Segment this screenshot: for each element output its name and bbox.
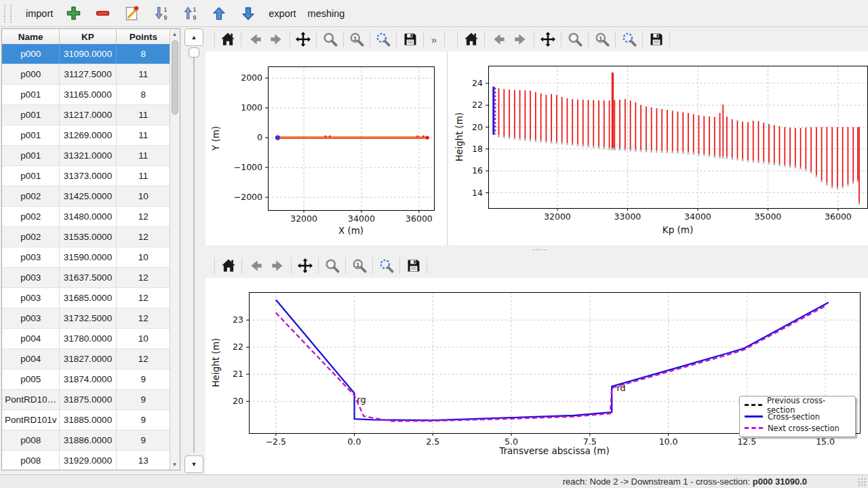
table-cell: 31886.0000	[60, 430, 116, 450]
svg-text:1: 1	[353, 35, 357, 42]
table-row[interactable]: p00131373.000011	[2, 166, 170, 186]
toolbar-separator	[534, 31, 534, 47]
table-cell: p000	[2, 64, 60, 84]
table-row[interactable]: p00231535.000012	[2, 227, 170, 247]
import-button[interactable]: import	[26, 8, 53, 19]
splitter-handle[interactable]	[532, 249, 547, 251]
table-scrollbar[interactable]: ▲ ▼	[170, 29, 180, 470]
home-icon[interactable]	[217, 256, 239, 276]
zoom-original-icon[interactable]: 1	[591, 29, 613, 49]
table-cell: p004	[2, 349, 60, 369]
table-cell: 9	[117, 369, 170, 389]
table-row[interactable]: PontRD10…31875.00009	[2, 390, 170, 410]
table-row[interactable]: PontRD101v31885.00009	[2, 410, 170, 430]
svg-text:12.5: 12.5	[737, 436, 756, 447]
table-row[interactable]: p00431780.000010	[2, 329, 170, 349]
table-row[interactable]: p00831886.00009	[2, 430, 170, 451]
table-row[interactable]: p00131217.000011	[2, 105, 170, 125]
forward-icon[interactable]	[266, 29, 288, 49]
save-icon[interactable]	[645, 29, 667, 49]
zoom-fit-icon[interactable]	[375, 256, 397, 276]
scroll-down-icon[interactable]: ▼	[170, 460, 179, 469]
svg-text:1: 1	[356, 261, 360, 268]
back-icon[interactable]	[243, 29, 265, 49]
table-row[interactable]: p00131269.000011	[2, 125, 170, 146]
table-row[interactable]: p00331590.000010	[2, 247, 170, 268]
section-down-button[interactable]: ▼	[184, 455, 203, 473]
cross-section-canvas[interactable]: −2.50.02.55.07.510.012.515.020212223Tran…	[205, 278, 868, 474]
forward-icon[interactable]	[509, 29, 532, 49]
table-cell: p003	[2, 308, 60, 328]
table-cell: 31269.0000	[60, 125, 116, 145]
svg-text:22: 22	[233, 342, 243, 352]
table-cell: 31637.5000	[60, 268, 116, 287]
sort-ascending-icon[interactable]: 19	[181, 5, 199, 22]
save-icon[interactable]	[402, 256, 425, 276]
zoom-fit-icon[interactable]	[618, 29, 640, 49]
resize-grip[interactable]	[858, 478, 867, 487]
svg-text:16: 16	[472, 165, 483, 176]
save-icon[interactable]	[399, 29, 420, 49]
status-bar: reach: Node 2 -> Downstream 1 - cross-se…	[0, 474, 868, 488]
home-icon[interactable]	[217, 29, 239, 49]
plan-view-canvas[interactable]: 320003400036000200010000−1000−2000X (m)Y…	[205, 52, 448, 245]
horizontal-splitter[interactable]	[205, 245, 868, 253]
back-icon[interactable]	[244, 256, 267, 276]
table-cell: 13	[117, 451, 170, 470]
table-row[interactable]: p00031090.00008	[2, 44, 170, 64]
pan-icon[interactable]	[292, 29, 314, 49]
zoom-icon[interactable]	[319, 29, 340, 49]
table-row[interactable]: p00031127.500011	[2, 64, 170, 85]
zoom-original-icon[interactable]: 1	[346, 29, 368, 49]
pan-icon[interactable]	[536, 29, 559, 49]
pan-icon[interactable]	[294, 256, 316, 276]
column-header-name[interactable]: Name	[2, 29, 60, 44]
table-row[interactable]: p00231480.000012	[2, 207, 170, 227]
zoom-fit-icon[interactable]	[372, 29, 394, 49]
scroll-up-icon[interactable]: ▲	[170, 30, 179, 39]
table-row[interactable]: p00131321.000011	[2, 146, 170, 166]
table-row[interactable]: p00331685.000012	[2, 288, 170, 308]
home-icon[interactable]	[460, 29, 482, 49]
table-row[interactable]: p00131165.00008	[2, 85, 170, 105]
section-slider-track[interactable]	[193, 50, 195, 453]
sort-descending-icon[interactable]: 19	[152, 5, 170, 22]
back-icon[interactable]	[487, 29, 509, 49]
meshing-button[interactable]: meshing	[308, 8, 345, 19]
svg-text:9: 9	[193, 14, 196, 21]
table-cell: 12	[117, 288, 170, 308]
longitudinal-profile-canvas[interactable]: 3200033000340003500036000141618202224Kp …	[448, 52, 868, 245]
table-row[interactable]: p00531874.00009	[2, 369, 170, 390]
export-button[interactable]: export	[269, 8, 296, 19]
toolbar-drag-handle[interactable]	[4, 5, 12, 22]
column-header-kp[interactable]: KP	[60, 29, 116, 44]
zoom-icon[interactable]	[564, 29, 586, 49]
svg-text:Height (m): Height (m)	[454, 113, 465, 162]
toolbar-overflow-button[interactable]: »	[426, 34, 442, 45]
section-slider-handle[interactable]	[189, 47, 199, 58]
move-down-icon[interactable]	[239, 5, 257, 22]
toolbar-separator	[642, 31, 643, 47]
table-row[interactable]: p00331637.500012	[2, 268, 170, 288]
zoom-icon[interactable]	[321, 256, 343, 276]
svg-text:−2000: −2000	[234, 192, 262, 202]
table-row[interactable]: p00831929.000013	[2, 451, 170, 470]
table-cell: 12	[117, 268, 170, 287]
table-row[interactable]: p00431827.000012	[2, 349, 170, 369]
zoom-original-icon[interactable]: 1	[348, 256, 370, 276]
section-up-button[interactable]: ▲	[184, 28, 203, 46]
table-cell: p001	[2, 166, 60, 186]
add-icon[interactable]	[64, 5, 82, 22]
forward-icon[interactable]	[267, 256, 289, 276]
svg-text:Kp (m): Kp (m)	[663, 224, 693, 235]
table-row[interactable]: p00231425.000010	[2, 186, 170, 207]
toolbar-separator	[561, 31, 561, 47]
move-up-icon[interactable]	[210, 5, 228, 22]
table-row[interactable]: p00331732.500012	[2, 308, 170, 329]
edit-icon[interactable]	[123, 5, 140, 22]
scrollbar-thumb[interactable]	[172, 40, 178, 115]
column-header-points[interactable]: Points	[117, 29, 170, 44]
legend-entry: Previous cross-section	[745, 399, 850, 411]
remove-icon[interactable]	[94, 5, 111, 22]
status-text: reach: Node 2 -> Downstream 1 - cross-se…	[563, 476, 753, 487]
